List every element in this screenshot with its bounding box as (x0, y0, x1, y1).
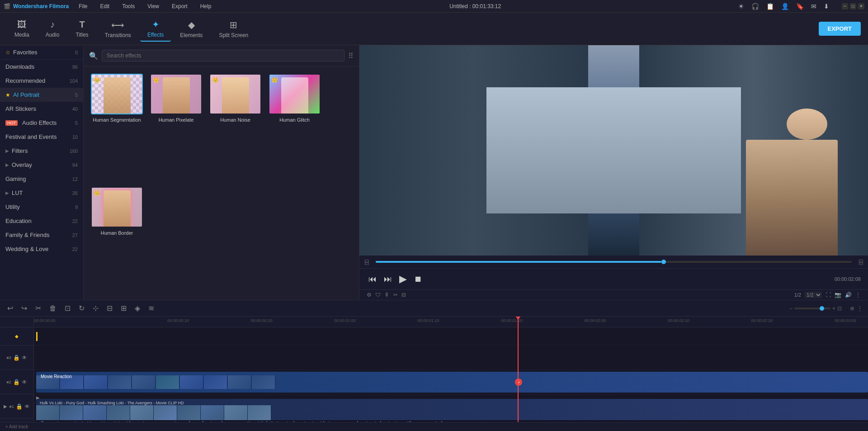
timeline-settings-icon[interactable]: ⋮ (857, 305, 863, 312)
sidebar-item-utility[interactable]: Utility 9 (0, 200, 83, 214)
loop-button[interactable]: ↻ (77, 303, 86, 313)
stop-button[interactable]: ⏹ (412, 273, 424, 286)
toolbar-transitions[interactable]: ⟷ Transitions (98, 17, 138, 41)
sidebar-item-audio-effects[interactable]: HOT Audio Effects 5 (0, 116, 83, 130)
play-button[interactable]: ▶ (397, 271, 409, 287)
step-back-button[interactable]: ⏮ (367, 273, 378, 286)
timeline-tracks[interactable]: 00:00:00:00 00:00:00:10 00:00:00:20 00:0… (34, 317, 868, 422)
redo-button[interactable]: ↪ (19, 303, 29, 313)
logo-icon: 🎬 (4, 3, 10, 9)
clipboard-icon[interactable]: 📋 (764, 2, 776, 11)
add-track-icon[interactable]: ⊕ (850, 305, 854, 312)
bracket-right-icon[interactable]: ⌸ (859, 258, 863, 265)
menu-file[interactable]: File (76, 2, 90, 10)
sidebar-item-lut[interactable]: ▶ LUT 26 (0, 186, 83, 200)
track2-eye-icon[interactable]: 👁 (22, 379, 27, 385)
effect-item-human-noise[interactable]: 👑 Human Noise (209, 74, 261, 180)
audio-button[interactable]: ≋ (146, 303, 156, 313)
add-track-button[interactable]: + Add track (5, 424, 28, 429)
zoom-fit-button[interactable]: ⊹ (91, 303, 100, 313)
bookmark-icon[interactable]: 🔖 (794, 2, 806, 11)
effect-item-human-border[interactable]: 👑 Human Border (91, 187, 143, 293)
mail-icon[interactable]: ✉ (809, 2, 818, 11)
effect-item-human-pixelate[interactable]: 👑 Human Pixelate (150, 74, 202, 180)
frame-back-button[interactable]: ⏭ (382, 273, 394, 286)
delete-button[interactable]: 🗑 (47, 303, 58, 313)
export-button[interactable]: EXPORT (819, 22, 861, 36)
mic-icon[interactable]: 🎙 (384, 292, 390, 298)
sidebar-item-ai-portrait[interactable]: ★ AI Portrait 5 (0, 88, 83, 102)
track1-clip-video[interactable]: Hulk Vs Loki - Puny God - Hulk Smashing … (36, 399, 868, 422)
zoom-fit-icon[interactable]: ⊡ (837, 305, 842, 312)
transform-button[interactable]: ⊞ (119, 303, 128, 313)
split-button[interactable]: ⊟ (105, 303, 114, 313)
minimize-button[interactable]: − (842, 3, 848, 9)
camera-icon[interactable]: 📷 (835, 292, 841, 298)
crop-button[interactable]: ⊡ (63, 303, 72, 313)
grid-layout-button[interactable]: ⠿ (348, 52, 354, 60)
track2-clip[interactable]: Movie Reaction (36, 372, 868, 393)
track-row-2[interactable]: Movie Reaction (34, 370, 868, 394)
split-view-icon[interactable]: ⊟ (401, 292, 406, 298)
download-icon[interactable]: ⬇ (822, 2, 831, 11)
shield-icon[interactable]: 🛡 (375, 292, 381, 298)
track-header-3: ■3 🔒 👁 (0, 346, 33, 370)
search-input[interactable] (102, 50, 344, 62)
toolbar-titles[interactable]: T Titles (68, 17, 95, 41)
menu-export[interactable]: Export (169, 2, 190, 10)
sidebar-item-gaming[interactable]: Gaming 12 (0, 172, 83, 186)
sun-icon[interactable]: ☀ (736, 2, 746, 11)
undo-button[interactable]: ↩ (5, 303, 15, 313)
ratio-select[interactable]: 1/21/1Full (805, 292, 822, 298)
sidebar-item-recommended[interactable]: Recommended 104 (0, 74, 83, 88)
sidebar-item-wedding-love[interactable]: Wedding & Love 22 (0, 242, 83, 256)
settings-icon[interactable]: ⚙ (367, 292, 372, 298)
user-icon[interactable]: 👤 (779, 2, 791, 11)
sidebar-item-education[interactable]: Education 22 (0, 214, 83, 228)
ar-stickers-count: 40 (72, 106, 78, 112)
zoom-out-icon[interactable]: − (789, 305, 793, 312)
track1-lock-icon[interactable]: 🔒 (16, 403, 23, 410)
sidebar-item-festival-events[interactable]: Festival and Events 10 (0, 130, 83, 144)
menu-view[interactable]: View (145, 2, 162, 10)
headphone-icon[interactable]: 🎧 (750, 2, 761, 11)
sidebar-item-filters[interactable]: ▶ Filters 160 (0, 144, 83, 158)
ruler-time-3: 00:00:01:00 (334, 318, 356, 323)
menu-help[interactable]: Help (198, 2, 214, 10)
sidebar-label-education: Education (5, 218, 32, 224)
sidebar-scroll[interactable]: ☆ Favorites 0 Downloads 96 Recommended 1… (0, 45, 83, 300)
effect-item-human-glitch[interactable]: 👑 Human Glitch (269, 74, 321, 180)
bracket-left-icon[interactable]: ⌸ (365, 258, 368, 265)
progress-track[interactable] (376, 261, 852, 263)
toolbar-audio[interactable]: ♪ Audio (38, 17, 67, 41)
sidebar-item-ar-stickers[interactable]: AR Stickers 40 (0, 102, 83, 116)
track1-eye-icon[interactable]: 👁 (24, 403, 30, 410)
close-button[interactable]: × (858, 3, 864, 9)
track3-eye-icon[interactable]: 👁 (22, 355, 27, 361)
toolbar-effects[interactable]: ✦ Effects (140, 16, 171, 42)
toolbar-media[interactable]: 🖼 Media (7, 17, 37, 41)
effect-item-human-segmentation[interactable]: 👑 Human Segmentation (91, 74, 143, 180)
scissors-icon[interactable]: ✂ (393, 292, 398, 298)
track3-lock-icon[interactable]: 🔒 (13, 355, 20, 361)
track2-lock-icon[interactable]: 🔒 (13, 379, 20, 385)
toolbar-split-screen[interactable]: ⊞ Split Screen (212, 17, 255, 41)
app-logo: 🎬 Wondershare Filmora (4, 3, 69, 9)
fullscreen-icon[interactable]: ⛶ (826, 292, 831, 298)
color-button[interactable]: ◈ (133, 303, 142, 313)
zoom-in-icon[interactable]: + (832, 305, 835, 312)
sidebar-item-family-friends[interactable]: Family & Friends 27 (0, 228, 83, 242)
cut-button[interactable]: ✂ (33, 303, 43, 313)
sidebar-item-overlay[interactable]: ▶ Overlay 94 (0, 158, 83, 172)
sidebar-item-downloads[interactable]: Downloads 96 (0, 60, 83, 74)
more-icon[interactable]: ⋮ (855, 292, 861, 298)
zoom-slider[interactable] (794, 308, 830, 309)
track1-expand-icon[interactable]: ▶ (4, 404, 7, 409)
toolbar-elements[interactable]: ◆ Elements (173, 17, 210, 41)
volume-icon[interactable]: 🔊 (845, 292, 852, 298)
maximize-button[interactable]: □ (850, 3, 856, 9)
track-row-1[interactable]: ▶ Hulk Vs Loki - Puny God - Hulk Smashin… (34, 394, 868, 422)
menu-edit[interactable]: Edit (97, 2, 112, 10)
menu-tools[interactable]: Tools (119, 2, 137, 10)
sidebar-item-favorites[interactable]: ☆ Favorites 0 (0, 45, 83, 59)
